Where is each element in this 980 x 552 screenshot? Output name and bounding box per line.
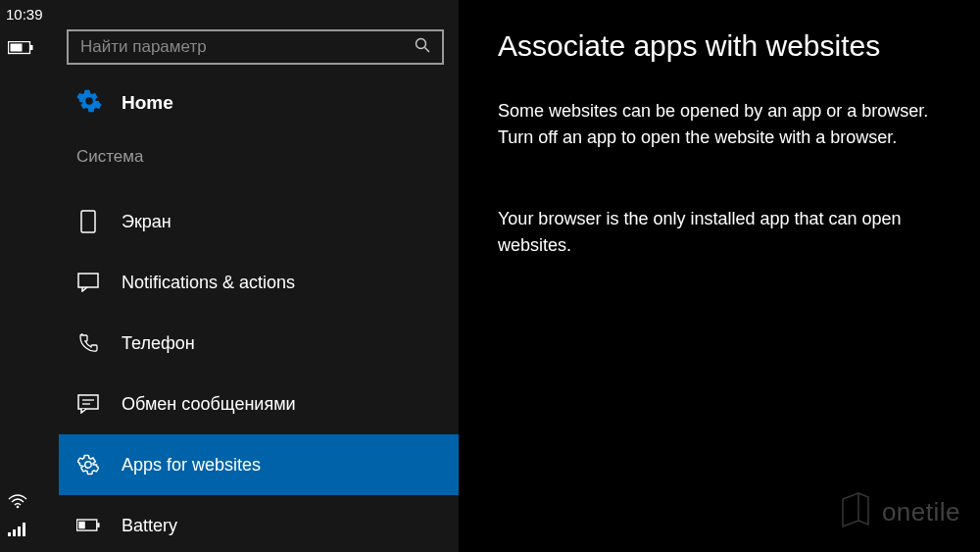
sidebar-item-label: Обмен сообщениями bbox=[122, 394, 296, 415]
svg-rect-7 bbox=[23, 523, 25, 536]
svg-point-3 bbox=[17, 506, 20, 509]
watermark-text: onetile bbox=[882, 497, 960, 527]
onetile-logo-icon bbox=[839, 489, 872, 534]
sidebar-content: Найти параметр Home Система bbox=[59, 0, 459, 552]
svg-rect-2 bbox=[11, 44, 23, 52]
search-input[interactable]: Найти параметр bbox=[67, 29, 444, 65]
sidebar-item-phone[interactable]: Телефон bbox=[59, 313, 459, 374]
content-paragraph-1: Some websites can be opened by an app or… bbox=[498, 98, 958, 151]
battery-icon bbox=[76, 519, 100, 532]
phone-icon bbox=[76, 332, 100, 354]
screen-icon bbox=[76, 210, 100, 233]
clock: 10:39 bbox=[6, 6, 43, 23]
sidebar-item-screen[interactable]: Экран bbox=[59, 191, 459, 252]
svg-rect-5 bbox=[13, 529, 16, 536]
svg-rect-1 bbox=[30, 45, 33, 50]
content-panel: Associate apps with websites Some websit… bbox=[459, 0, 980, 552]
svg-rect-6 bbox=[18, 527, 21, 536]
sidebar-item-apps-for-websites[interactable]: Apps for websites bbox=[59, 434, 459, 495]
gear-icon bbox=[76, 88, 102, 118]
watermark: onetile bbox=[839, 489, 960, 534]
status-bar: 10:39 bbox=[0, 0, 59, 552]
page-title: Associate apps with websites bbox=[498, 29, 880, 63]
sidebar-item-label: Экран bbox=[122, 212, 172, 232]
svg-rect-12 bbox=[78, 395, 98, 409]
svg-rect-17 bbox=[78, 522, 84, 528]
sidebar-item-label: Notifications & actions bbox=[122, 273, 295, 293]
gear-icon bbox=[76, 454, 100, 476]
svg-rect-11 bbox=[78, 274, 98, 287]
left-panel: 10:39 Найти bbox=[0, 0, 459, 552]
search-placeholder: Найти параметр bbox=[80, 37, 207, 57]
svg-rect-16 bbox=[97, 523, 99, 527]
sidebar-item-battery[interactable]: Battery bbox=[59, 495, 459, 552]
svg-rect-4 bbox=[8, 532, 11, 536]
search-icon bbox=[415, 37, 430, 57]
content-paragraph-2: Your browser is the only installed app t… bbox=[498, 206, 958, 259]
svg-point-8 bbox=[416, 39, 426, 49]
sidebar-item-label: Apps for websites bbox=[122, 455, 261, 476]
category-label: Система bbox=[76, 147, 143, 167]
svg-line-9 bbox=[425, 48, 430, 53]
svg-rect-10 bbox=[81, 211, 95, 232]
home-button[interactable]: Home bbox=[59, 78, 459, 127]
home-label: Home bbox=[122, 92, 173, 114]
sidebar-item-label: Battery bbox=[122, 516, 177, 536]
menu-list: Экран Notifications & actions Телеф bbox=[59, 191, 459, 552]
signal-icon bbox=[8, 523, 27, 540]
notifications-icon bbox=[76, 273, 100, 292]
messaging-icon bbox=[76, 394, 100, 414]
sidebar-item-messaging[interactable]: Обмен сообщениями bbox=[59, 374, 459, 434]
sidebar-item-notifications[interactable]: Notifications & actions bbox=[59, 252, 459, 313]
wifi-icon bbox=[8, 493, 27, 513]
sidebar-item-label: Телефон bbox=[122, 333, 195, 354]
battery-status-icon bbox=[8, 41, 33, 59]
